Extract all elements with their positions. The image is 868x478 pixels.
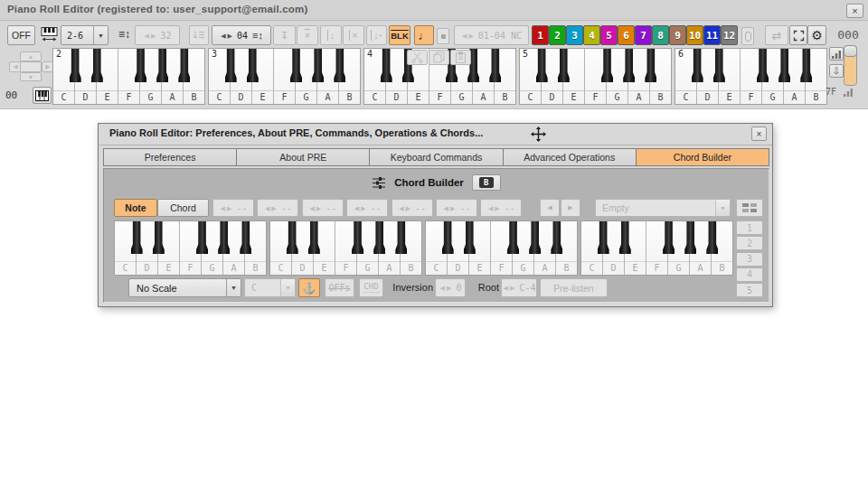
spinner-left-icon[interactable]: ◀ xyxy=(487,205,494,211)
scroll-down-button[interactable]: ▼ xyxy=(20,72,42,81)
remove-note-button[interactable]: × xyxy=(343,25,364,45)
insert-note-button[interactable]: ↓ xyxy=(320,25,342,45)
note-slot-spinner-6[interactable]: ◀▶-- xyxy=(436,199,477,217)
scale-dropdown[interactable]: No Scale ▼ xyxy=(128,278,241,297)
track-color-button-5[interactable]: 5 xyxy=(600,25,618,45)
spinner-left-icon[interactable]: ◀ xyxy=(308,205,315,211)
spinner-right-icon[interactable]: ▶ xyxy=(494,205,500,211)
dialog-titlebar[interactable]: Piano Roll Editor: Preferences, About PR… xyxy=(99,124,772,145)
spinner-right-icon[interactable]: ▶ xyxy=(405,205,411,211)
track-color-button-1[interactable]: 1 xyxy=(532,25,549,45)
channel-range-spinner[interactable]: ◀ ▶ 01-04 NC xyxy=(454,25,529,45)
spinner-left-icon[interactable]: ◀ xyxy=(439,285,446,291)
note-mode-button[interactable]: Note xyxy=(114,199,157,217)
track-color-button-2[interactable]: 2 xyxy=(549,25,566,45)
grid-view-button[interactable] xyxy=(736,199,763,217)
spinner-right-icon[interactable]: ▶ xyxy=(360,205,366,211)
spinner-left-icon[interactable]: ◀ xyxy=(264,205,270,211)
note-slot-spinner-3[interactable]: ◀▶-- xyxy=(302,199,344,217)
keyboard-view-button[interactable] xyxy=(33,87,52,104)
spinner-left-icon[interactable]: ◀ xyxy=(144,33,150,39)
track-color-button-10[interactable]: 10 xyxy=(686,25,703,45)
spinner-right-icon[interactable]: ▶ xyxy=(316,205,322,211)
grid-size-spinner[interactable]: ◀ ▶ 04 ≡↕ xyxy=(212,25,271,45)
spinner-left-icon[interactable]: ◀ xyxy=(443,205,449,211)
track-color-button-3[interactable]: 3 xyxy=(566,25,583,45)
copy-button[interactable] xyxy=(429,50,449,65)
spinner-right-icon[interactable]: ▶ xyxy=(150,33,156,39)
memory-slot-button-4[interactable]: 4 xyxy=(736,267,763,282)
spinner-right-icon[interactable]: ▶ xyxy=(509,285,515,291)
delete-marked-button[interactable]: × xyxy=(297,25,318,45)
spinner-left-icon[interactable]: ◀ xyxy=(220,33,226,39)
note-slot-spinner-2[interactable]: ◀▶-- xyxy=(257,199,298,217)
track-color-button-11[interactable]: 11 xyxy=(703,25,721,45)
note-offs-button[interactable]: OFFs xyxy=(325,278,354,297)
memory-slot-button-3[interactable]: 3 xyxy=(736,252,763,267)
note-mode-toggle[interactable]: ♩ xyxy=(414,25,434,45)
chd-button[interactable]: CHD xyxy=(359,278,383,297)
apply-velocity-button[interactable]: ⇩ xyxy=(829,64,844,78)
prev-chord-button[interactable]: ◀ xyxy=(540,199,560,217)
root-spinner[interactable]: ◀ ▶ C-4 xyxy=(501,278,537,297)
octave-range-dropdown[interactable]: 2-6 ▼ xyxy=(61,25,108,45)
chord-bank-button[interactable]: B xyxy=(472,174,501,191)
tab-about-pre[interactable]: About PRE xyxy=(236,148,370,166)
spinner-left-icon[interactable]: ◀ xyxy=(503,285,509,291)
black-keys-toggle[interactable]: BLK xyxy=(389,25,410,45)
spinner-right-icon[interactable]: ▶ xyxy=(270,205,277,211)
spinner-right-icon[interactable]: ▶ xyxy=(449,205,456,211)
insert-lines-button[interactable] xyxy=(189,25,209,45)
spinner-right-icon[interactable]: ▶ xyxy=(467,33,474,39)
tab-advanced-operations[interactable]: Advanced Operations xyxy=(503,148,637,166)
step-indicator-button[interactable] xyxy=(437,28,449,44)
paste-button[interactable] xyxy=(450,50,471,65)
scroll-up-button[interactable]: ▲ xyxy=(20,52,42,61)
fullscreen-button[interactable] xyxy=(789,25,807,45)
memory-slot-button-2[interactable]: 2 xyxy=(736,236,763,250)
note-slot-spinner-4[interactable]: ◀▶-- xyxy=(346,199,388,217)
next-chord-button[interactable]: ▶ xyxy=(561,199,580,217)
velocity-slider-thumb[interactable] xyxy=(844,45,857,57)
track-color-button-4[interactable]: 4 xyxy=(583,25,600,45)
insert-note-plus-button[interactable]: ↓+ xyxy=(366,25,387,45)
tab-keyboard-commands[interactable]: Keyboard Commands xyxy=(369,148,503,166)
swap-button[interactable]: ⇄ xyxy=(765,25,788,45)
track-color-button-12[interactable]: 12 xyxy=(721,25,738,45)
cut-button[interactable] xyxy=(407,50,428,65)
dialog-close-button[interactable]: × xyxy=(751,127,767,141)
capsule-button[interactable] xyxy=(741,27,754,45)
spinner-left-icon[interactable]: ◀ xyxy=(354,205,360,211)
settings-button[interactable]: ⚙ xyxy=(807,25,826,45)
note-slot-spinner-1[interactable]: ◀▶-- xyxy=(212,199,254,217)
prelisten-button[interactable]: Pre-listen xyxy=(540,278,608,297)
track-color-button-7[interactable]: 7 xyxy=(635,25,652,45)
off-button[interactable]: OFF xyxy=(7,25,35,45)
spinner-right-icon[interactable]: ▶ xyxy=(226,205,232,211)
tab-chord-builder[interactable]: Chord Builder xyxy=(636,148,769,166)
chord-preset-dropdown[interactable]: Empty ▼ xyxy=(595,199,731,217)
anchor-button[interactable]: ⚓ xyxy=(298,278,320,297)
spinner-left-icon[interactable]: ◀ xyxy=(220,205,226,211)
inversion-spinner[interactable]: ◀ ▶ 0 xyxy=(435,278,466,297)
track-color-button-6[interactable]: 6 xyxy=(618,25,635,45)
note-slot-spinner-7[interactable]: ◀▶-- xyxy=(480,199,522,217)
tab-preferences[interactable]: Preferences xyxy=(103,148,237,166)
chord-mode-button[interactable]: Chord xyxy=(157,199,209,217)
track-color-button-9[interactable]: 9 xyxy=(669,25,686,45)
spinner-right-icon[interactable]: ▶ xyxy=(446,285,452,291)
velocity-view-button[interactable] xyxy=(829,47,844,61)
scale-key-dropdown[interactable]: C ▼ xyxy=(244,278,296,297)
memory-slot-button-1[interactable]: 1 xyxy=(736,220,763,235)
velocity-slider[interactable] xyxy=(844,45,857,86)
spinner-left-icon[interactable]: ◀ xyxy=(398,205,404,211)
spinner-right-icon[interactable]: ▶ xyxy=(227,33,233,39)
bar-length-spinner[interactable]: ◀ ▶ 32 xyxy=(135,25,180,45)
note-slot-spinner-5[interactable]: ◀▶-- xyxy=(392,199,433,217)
memory-slot-button-5[interactable]: 5 xyxy=(736,283,763,297)
move-notes-down-button[interactable]: ↧ xyxy=(273,25,296,45)
scroll-center-button[interactable] xyxy=(20,61,42,72)
track-color-button-8[interactable]: 8 xyxy=(652,25,669,45)
window-close-button[interactable]: × xyxy=(846,4,863,18)
spinner-left-icon[interactable]: ◀ xyxy=(461,33,467,39)
